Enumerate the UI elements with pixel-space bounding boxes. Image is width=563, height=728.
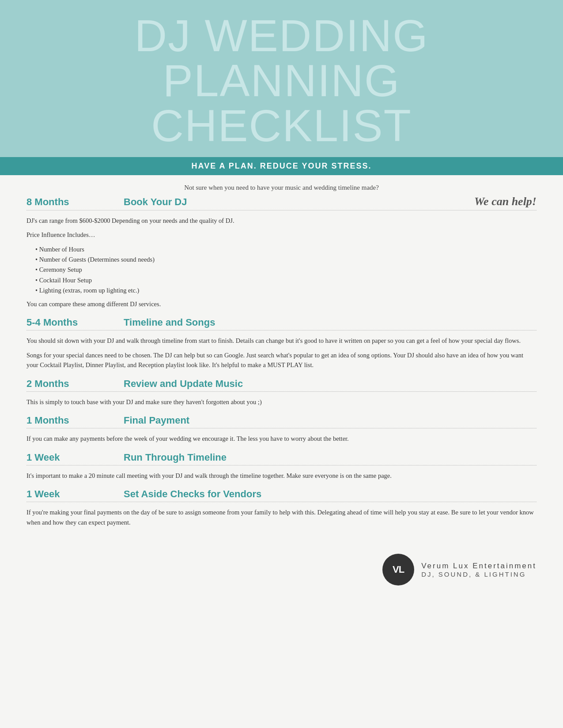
- section-body-3: This is simply to touch base with your D…: [26, 397, 537, 407]
- section-time-1: 8 Months: [26, 196, 124, 208]
- section-header-1: 8 Months Book Your DJ We can help!: [26, 195, 537, 208]
- section-time-5: 1 Week: [26, 452, 124, 463]
- bullet-item: Lighting (extras, room up lighting etc.): [35, 285, 537, 296]
- main-content: Not sure when you need to have your musi…: [0, 175, 563, 545]
- footer-text-block: Verum Lux Entertainment DJ, SOUND, & LIG…: [421, 562, 537, 578]
- intro-line: Not sure when you need to have your musi…: [26, 184, 537, 191]
- section-title-4: Final Payment: [124, 415, 537, 426]
- section-4-para-1: If you can make any payments before the …: [26, 434, 537, 443]
- company-logo: VL: [382, 554, 414, 585]
- section-time-6: 1 Week: [26, 488, 124, 500]
- divider-6: [26, 502, 537, 502]
- footer: VL Verum Lux Entertainment DJ, SOUND, & …: [0, 545, 563, 599]
- section-header-2: 5-4 Months Timeline and Songs: [26, 317, 537, 328]
- logo-text: VL: [393, 564, 404, 575]
- section-body-6: If you're making your final payments on …: [26, 507, 537, 527]
- section-body-4: If you can make any payments before the …: [26, 434, 537, 443]
- bullet-item: Ceremony Setup: [35, 265, 537, 275]
- section-1-bullets: Number of Hours Number of Guests (Determ…: [35, 244, 537, 296]
- section-time-4: 1 Months: [26, 415, 124, 426]
- bullet-item: Number of Guests (Determines sound needs…: [35, 255, 537, 265]
- section-title-1: Book Your DJ: [124, 196, 330, 208]
- section-title-6: Set Aside Checks for Vendors: [124, 488, 537, 500]
- section-title-3: Review and Update Music: [124, 378, 537, 390]
- section-body-2: You should sit down with your DJ and wal…: [26, 336, 537, 370]
- section-3-para-1: This is simply to touch base with your D…: [26, 397, 537, 407]
- section-2-para-1: You should sit down with your DJ and wal…: [26, 336, 537, 345]
- header-section: DJ WEDDING PLANNING CHECKLIST: [0, 0, 563, 157]
- title-line1: DJ WEDDING: [135, 11, 429, 61]
- subtitle-bar: HAVE A PLAN. REDUCE YOUR STRESS.: [0, 157, 563, 175]
- bullet-item: Number of Hours: [35, 244, 537, 255]
- divider-2: [26, 330, 537, 330]
- main-title: DJ WEDDING PLANNING CHECKLIST: [26, 13, 537, 148]
- divider-3: [26, 391, 537, 392]
- section-header-6: 1 Week Set Aside Checks for Vendors: [26, 488, 537, 500]
- section-1-para-2: Price Influence Includes…: [26, 230, 537, 240]
- section-header-4: 1 Months Final Payment: [26, 415, 537, 426]
- intro-text: Not sure when you need to have your musi…: [184, 184, 379, 191]
- section-time-3: 2 Months: [26, 378, 124, 390]
- section-6-para-1: If you're making your final payments on …: [26, 507, 537, 527]
- divider-5: [26, 465, 537, 465]
- section-1-para-1: DJ's can range from $600-$2000 Depending…: [26, 216, 537, 225]
- section-header-3: 2 Months Review and Update Music: [26, 378, 537, 390]
- section-title-5: Run Through Timeline: [124, 452, 537, 463]
- divider-1: [26, 210, 537, 210]
- bullet-item: Cocktail Hour Setup: [35, 275, 537, 285]
- subtitle-text: HAVE A PLAN. REDUCE YOUR STRESS.: [191, 161, 371, 170]
- section-body-1: DJ's can range from $600-$2000 Depending…: [26, 216, 537, 309]
- section-header-5: 1 Week Run Through Timeline: [26, 452, 537, 463]
- we-can-help-text: We can help!: [330, 195, 537, 208]
- company-name: Verum Lux Entertainment: [421, 562, 537, 570]
- company-tagline: DJ, SOUND, & LIGHTING: [421, 570, 537, 578]
- section-5-para-1: It's important to make a 20 minute call …: [26, 471, 537, 480]
- section-title-2: Timeline and Songs: [124, 317, 537, 328]
- section-2-para-2: Songs for your special dances need to be…: [26, 350, 537, 370]
- divider-4: [26, 428, 537, 428]
- section-time-2: 5-4 Months: [26, 317, 124, 328]
- title-line2: PLANNING CHECKLIST: [151, 56, 412, 151]
- section-1-after-bullets: You can compare these among different DJ…: [26, 300, 161, 308]
- section-body-5: It's important to make a 20 minute call …: [26, 471, 537, 480]
